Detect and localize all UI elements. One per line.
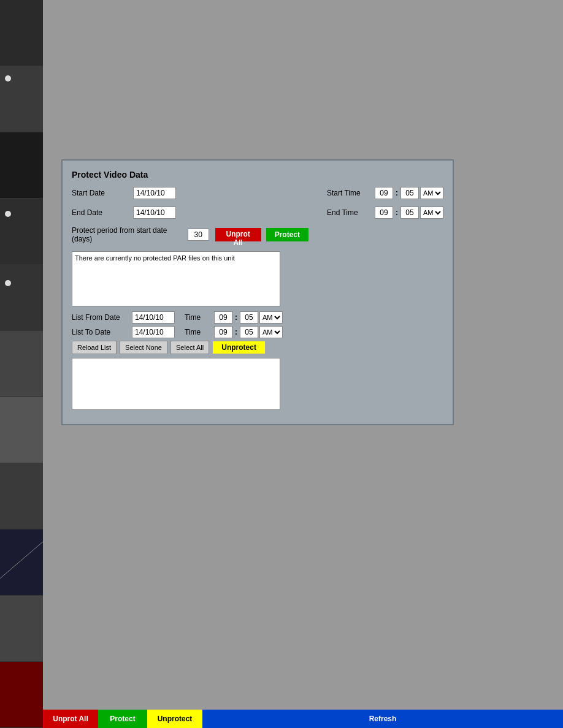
end-time-minute-input[interactable] <box>400 207 419 219</box>
sidebar-dot-3 <box>5 280 11 286</box>
list-to-ampm-select[interactable]: AM PM <box>259 326 283 338</box>
toolbar-protect-button[interactable]: Protect <box>98 710 147 728</box>
end-date-label: End Date <box>72 208 133 217</box>
protect-video-dialog: Protect Video Data Start Date End Date P… <box>61 159 454 425</box>
protected-files-list[interactable] <box>72 358 280 410</box>
sidebar-image-5 <box>0 265 43 331</box>
list-section: List From Date Time : AM PM List To Date… <box>72 311 443 410</box>
sidebar-image-11 <box>0 662 43 728</box>
sidebar-image-1 <box>0 0 43 66</box>
list-from-minute-input[interactable] <box>240 311 258 324</box>
svg-line-0 <box>0 542 43 578</box>
start-time-label: Start Time <box>327 189 370 197</box>
protect-period-input[interactable] <box>188 229 209 241</box>
sidebar-image-4 <box>0 199 43 265</box>
protect-button[interactable]: Protect <box>266 228 308 241</box>
start-date-input[interactable] <box>133 187 176 199</box>
list-from-date-input[interactable] <box>132 311 175 324</box>
start-time-ampm-select[interactable]: AM PM <box>420 187 443 199</box>
list-to-date-label: List To Date <box>72 328 127 336</box>
sidebar-dot-1 <box>5 75 11 82</box>
end-time-colon: : <box>396 208 398 217</box>
start-time-hour-input[interactable] <box>375 187 393 199</box>
end-time-ampm-select[interactable]: AM PM <box>420 207 443 219</box>
sidebar-image-3 <box>0 132 43 199</box>
select-all-button[interactable]: Select All <box>170 341 209 354</box>
unprot-all-button[interactable]: Unprot All <box>215 228 261 241</box>
list-to-date-input[interactable] <box>132 326 175 338</box>
end-date-input[interactable] <box>133 207 176 219</box>
sidebar-dot-2 <box>5 211 11 217</box>
list-to-hour-input[interactable] <box>214 326 232 338</box>
start-date-label: Start Date <box>72 189 133 197</box>
sidebar-image-8 <box>0 463 43 529</box>
end-time-label: End Time <box>327 208 370 217</box>
dialog-title: Protect Video Data <box>72 170 443 180</box>
list-to-minute-input[interactable] <box>240 326 258 338</box>
start-time-colon: : <box>396 189 398 197</box>
reload-list-button[interactable]: Reload List <box>72 341 117 354</box>
sidebar-image-10 <box>0 596 43 662</box>
end-time-hour-input[interactable] <box>375 207 393 219</box>
list-from-hour-input[interactable] <box>214 311 232 324</box>
sidebar <box>0 0 43 728</box>
main-content: manualshive.com Protect Video Data Start… <box>43 0 563 728</box>
sidebar-image-7 <box>0 397 43 463</box>
list-from-date-label: List From Date <box>72 313 127 322</box>
list-to-time-label: Time <box>185 328 209 336</box>
unprotect-button[interactable]: Unprotect <box>212 341 266 354</box>
list-to-colon: : <box>235 328 237 336</box>
sidebar-image-9 <box>0 529 43 596</box>
bottom-toolbar: Unprot All Protect Unprotect Refresh <box>43 710 563 728</box>
sidebar-image-2 <box>0 66 43 132</box>
sidebar-image-6 <box>0 331 43 397</box>
toolbar-unprotect-button[interactable]: Unprotect <box>147 710 202 728</box>
status-text-area: There are currently no protected PAR fil… <box>72 251 280 306</box>
start-time-minute-input[interactable] <box>400 187 419 199</box>
protect-period-label: Protect period from start date (days) <box>72 226 185 243</box>
toolbar-unprot-all-button[interactable]: Unprot All <box>43 710 98 728</box>
list-from-ampm-select[interactable]: AM PM <box>259 311 283 324</box>
list-from-colon: : <box>235 313 237 322</box>
status-text: There are currently no protected PAR fil… <box>75 254 235 262</box>
toolbar-refresh-button[interactable]: Refresh <box>202 710 563 728</box>
list-from-time-label: Time <box>185 313 209 322</box>
select-none-button[interactable]: Select None <box>120 341 167 354</box>
